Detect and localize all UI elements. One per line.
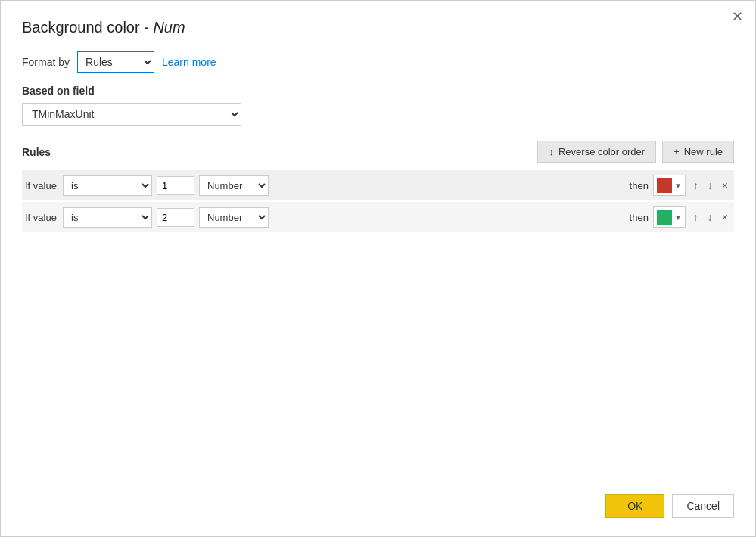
then-label-1: then	[630, 180, 649, 191]
delete-button-2[interactable]: ×	[719, 210, 731, 225]
based-on-field-container: Based on field TMinMaxUnit	[22, 85, 734, 126]
type-select-1[interactable]: Number Percent Percentile	[199, 175, 269, 196]
color-picker-button-1[interactable]: ▼	[653, 175, 686, 196]
delete-button-1[interactable]: ×	[719, 178, 731, 193]
dialog-title: Background color - Num	[22, 19, 734, 36]
format-by-select[interactable]: Rules Gradient Field value	[77, 51, 154, 73]
if-value-label-1: If value	[25, 180, 58, 191]
ok-button[interactable]: OK	[605, 494, 664, 518]
new-rule-label: New rule	[684, 146, 723, 157]
rules-header: Rules ↕ Reverse color order + New rule	[22, 141, 734, 163]
field-select[interactable]: TMinMaxUnit	[22, 103, 241, 126]
if-value-label-2: If value	[25, 212, 58, 223]
close-button[interactable]: ✕	[732, 10, 743, 23]
rule-row: If value is is not is greater than is le…	[22, 170, 734, 200]
background-color-dialog: ✕ Background color - Num Format by Rules…	[0, 0, 756, 537]
dialog-footer: OK Cancel	[605, 494, 734, 518]
rules-label: Rules	[22, 146, 51, 158]
color-swatch-1	[657, 178, 672, 193]
reverse-color-order-label: Reverse color order	[558, 146, 645, 157]
color-caret-1: ▼	[674, 182, 682, 190]
new-rule-button[interactable]: + New rule	[662, 141, 734, 163]
rule-actions-1: ↑ ↓ ×	[690, 178, 731, 193]
rule-row: If value is is not is greater than is le…	[22, 202, 734, 232]
move-up-button-2[interactable]: ↑	[690, 210, 702, 225]
type-select-2[interactable]: Number Percent Percentile	[199, 207, 269, 228]
condition-select-2[interactable]: is is not is greater than is less than	[63, 207, 152, 228]
reverse-icon: ↕	[549, 146, 554, 157]
format-by-row: Format by Rules Gradient Field value Lea…	[22, 51, 734, 73]
cancel-button[interactable]: Cancel	[672, 494, 734, 518]
rules-buttons: ↕ Reverse color order + New rule	[537, 141, 734, 163]
value-input-2[interactable]	[157, 208, 194, 227]
rule-actions-2: ↑ ↓ ×	[690, 210, 731, 225]
based-on-field-label: Based on field	[22, 85, 734, 97]
learn-more-link[interactable]: Learn more	[162, 56, 216, 68]
color-picker-button-2[interactable]: ▼	[653, 206, 686, 228]
color-caret-2: ▼	[674, 213, 682, 222]
move-down-button-1[interactable]: ↓	[705, 178, 716, 193]
move-up-button-1[interactable]: ↑	[690, 178, 702, 193]
reverse-color-order-button[interactable]: ↕ Reverse color order	[537, 141, 656, 163]
format-by-label: Format by	[22, 56, 70, 68]
plus-icon: +	[674, 146, 680, 157]
move-down-button-2[interactable]: ↓	[705, 210, 716, 225]
then-label-2: then	[630, 212, 649, 223]
condition-select-1[interactable]: is is not is greater than is less than	[63, 175, 152, 196]
value-input-1[interactable]	[157, 176, 194, 195]
color-swatch-2	[657, 210, 672, 225]
